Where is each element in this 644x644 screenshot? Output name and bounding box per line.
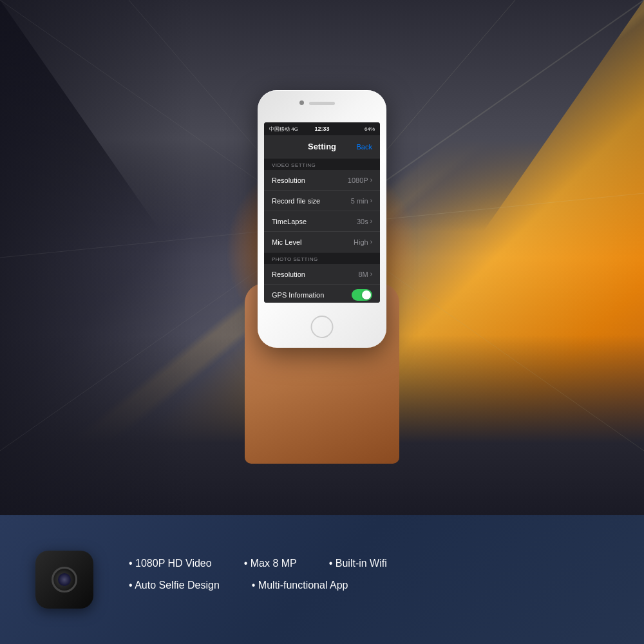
background-photo: 中国移动 4G 12:33 64% Setting Back VIDEO SET… xyxy=(0,0,644,515)
settings-row-timelapse[interactable]: TimeLapse 30s › xyxy=(264,211,380,232)
timelapse-value: 30s › xyxy=(357,218,372,225)
settings-row-record-file[interactable]: Record file size 5 min › xyxy=(264,191,380,211)
app-title: Setting xyxy=(308,142,336,151)
chevron-icon-5: › xyxy=(370,270,372,278)
chevron-icon-2: › xyxy=(370,197,372,204)
bottom-section: • 1080P HD Video • Max 8 MP • Built-in W… xyxy=(0,515,644,644)
back-button[interactable]: Back xyxy=(357,143,372,151)
chevron-icon-3: › xyxy=(370,218,372,225)
status-time: 12:33 xyxy=(314,126,329,132)
features-row-2: • Auto Selfie Design • Multi-functional … xyxy=(129,580,618,591)
video-setting-header: VIDEO SETTING xyxy=(264,158,380,170)
settings-row-mic-level[interactable]: Mic Level High › xyxy=(264,232,380,252)
camera-lens xyxy=(52,567,77,592)
settings-row-resolution-photo[interactable]: Resolution 8M › xyxy=(264,264,380,285)
gps-label: GPS Information xyxy=(272,291,324,299)
status-bar-right: 64% xyxy=(365,126,375,132)
chevron-icon-4: › xyxy=(370,238,372,245)
gps-toggle[interactable] xyxy=(352,289,372,301)
phone-home-button[interactable] xyxy=(311,316,334,338)
record-file-label: Record file size xyxy=(272,197,320,205)
feature-wifi: • Built-in Wifi xyxy=(329,558,387,569)
mic-level-label: Mic Level xyxy=(272,238,301,246)
app-header: Setting Back xyxy=(264,135,380,158)
timelapse-label: TimeLapse xyxy=(272,218,307,225)
camera-product xyxy=(26,541,103,618)
phone-speaker xyxy=(309,102,335,105)
features-row-1: • 1080P HD Video • Max 8 MP • Built-in W… xyxy=(129,558,618,569)
settings-row-resolution-video[interactable]: Resolution 1080P › xyxy=(264,170,380,191)
feature-1080p: • 1080P HD Video xyxy=(129,558,212,569)
status-bar: 中国移动 4G 12:33 64% xyxy=(264,122,380,135)
battery-text: 64% xyxy=(365,126,375,132)
camera-body xyxy=(35,551,93,609)
photo-setting-header: PHOTO SETTING xyxy=(264,252,380,264)
chevron-icon: › xyxy=(370,176,372,184)
phone-outer: 中国移动 4G 12:33 64% Setting Back VIDEO SET… xyxy=(258,90,386,348)
resolution-photo-label: Resolution xyxy=(272,270,305,278)
feature-8mp: • Max 8 MP xyxy=(244,558,297,569)
phone-screen: 中国移动 4G 12:33 64% Setting Back VIDEO SET… xyxy=(264,122,380,303)
status-bar-left: 中国移动 4G xyxy=(269,126,298,133)
mic-level-value: High › xyxy=(354,238,372,246)
record-file-value: 5 min › xyxy=(351,197,372,205)
feature-app: • Multi-functional App xyxy=(252,580,348,591)
resolution-photo-value: 8M › xyxy=(358,270,372,278)
settings-row-gps[interactable]: GPS Information xyxy=(264,285,380,303)
features-text: • 1080P HD Video • Max 8 MP • Built-in W… xyxy=(129,558,618,601)
resolution-video-label: Resolution xyxy=(272,176,305,184)
feature-selfie: • Auto Selfie Design xyxy=(129,580,220,591)
phone-camera-dot xyxy=(299,100,304,105)
carrier-text: 中国移动 4G xyxy=(269,126,298,133)
phone-body: 中国移动 4G 12:33 64% Setting Back VIDEO SET… xyxy=(258,90,386,348)
hand-phone-container: 中国移动 4G 12:33 64% Setting Back VIDEO SET… xyxy=(225,90,419,464)
resolution-video-value: 1080P › xyxy=(348,176,372,184)
